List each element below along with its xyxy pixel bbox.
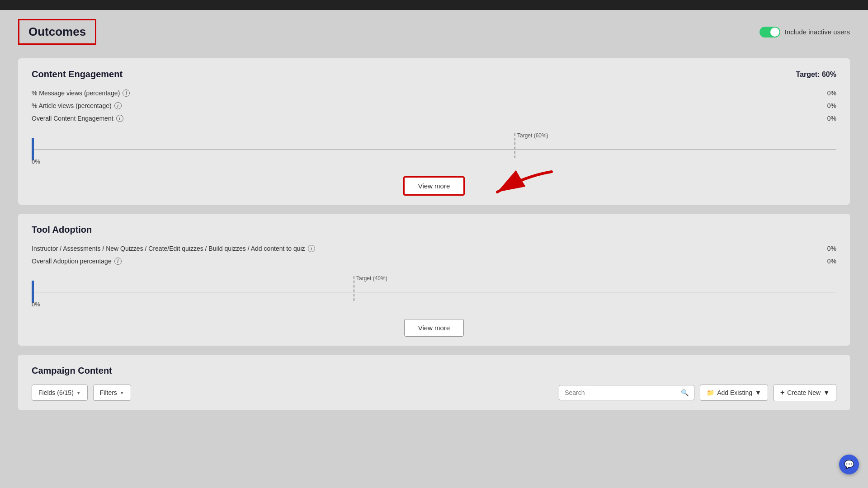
inactive-users-toggle[interactable] xyxy=(760,27,780,38)
info-icon-adoption[interactable]: i xyxy=(114,258,122,265)
toggle-row: Include inactive users xyxy=(760,27,850,38)
plus-icon: + xyxy=(780,389,784,397)
metric-adoption-value: 0% xyxy=(827,258,836,265)
info-icon-instructor[interactable]: i xyxy=(308,245,315,252)
campaign-content-section: Campaign Content Fields (6/15) ▼ Filters… xyxy=(18,355,850,410)
info-icon-article[interactable]: i xyxy=(114,102,122,109)
tool-adoption-title: Tool Adoption xyxy=(32,225,92,235)
add-existing-button[interactable]: 📁 Add Existing ▼ xyxy=(700,385,768,401)
tool-adoption-view-more[interactable]: View more xyxy=(404,319,464,337)
tool-adoption-view-more-container: View more xyxy=(32,319,836,337)
tool-adoption-section: Tool Adoption Instructor / Assessments /… xyxy=(18,214,850,346)
filters-chevron-icon: ▼ xyxy=(120,390,124,395)
search-icon: 🔍 xyxy=(681,389,689,396)
page-container: Outcomes Include inactive users Content … xyxy=(0,10,868,488)
metric-message-label: % Message views (percentage) xyxy=(32,89,120,97)
target-line: Target (60%) xyxy=(514,133,548,158)
chart-bar xyxy=(32,138,34,160)
info-icon-message[interactable]: i xyxy=(123,89,130,97)
content-engagement-section: Content Engagement Target: 60% % Message… xyxy=(18,58,850,205)
tool-adoption-chart: Target (40%) 0% xyxy=(32,274,836,310)
chat-bubble[interactable]: 💬 xyxy=(839,455,859,474)
metric-message-value: 0% xyxy=(827,89,836,97)
top-bar xyxy=(0,0,868,10)
metric-overall-adoption: Overall Adoption percentage i 0% xyxy=(32,255,836,267)
fields-label: Fields (6/15) xyxy=(38,389,74,396)
tool-chart-baseline xyxy=(32,292,836,292)
chart-baseline xyxy=(32,149,836,150)
content-engagement-chart: Target (60%) 0% xyxy=(32,131,836,167)
metric-overall-label: Overall Content Engagement xyxy=(32,115,113,122)
add-existing-label: Add Existing xyxy=(717,389,752,396)
search-input[interactable] xyxy=(565,389,677,396)
metric-instructor-label: Instructor / Assessments / New Quizzes /… xyxy=(32,245,305,252)
section-header: Content Engagement Target: 60% xyxy=(32,69,836,80)
metric-article-label: % Article views (percentage) xyxy=(32,102,112,109)
metric-adoption-label: Overall Adoption percentage xyxy=(32,258,112,265)
metric-article-views: % Article views (percentage) i 0% xyxy=(32,99,836,112)
fields-chevron-icon: ▼ xyxy=(76,390,81,395)
metric-instructor: Instructor / Assessments / New Quizzes /… xyxy=(32,242,836,255)
metric-article-value: 0% xyxy=(827,102,836,109)
create-new-chevron-icon: ▼ xyxy=(823,389,830,396)
campaign-content-title: Campaign Content xyxy=(32,366,836,376)
content-engagement-view-more[interactable]: View more xyxy=(403,176,465,196)
campaign-toolbar: Fields (6/15) ▼ Filters ▼ 🔍 📁 Add Existi… xyxy=(32,384,836,401)
metric-overall-value: 0% xyxy=(827,115,836,122)
content-engagement-title: Content Engagement xyxy=(32,69,123,80)
tool-target-line: Target (40%) xyxy=(354,276,387,301)
content-engagement-target: Target: 60% xyxy=(796,70,836,79)
filters-label: Filters xyxy=(100,389,117,396)
toggle-label: Include inactive users xyxy=(785,28,850,36)
metric-message-views: % Message views (percentage) i 0% xyxy=(32,87,836,99)
create-new-label: Create New xyxy=(787,389,821,396)
fields-button[interactable]: Fields (6/15) ▼ xyxy=(32,385,88,401)
arrow-annotation xyxy=(488,167,561,212)
tool-adoption-header: Tool Adoption xyxy=(32,225,836,235)
add-existing-chevron-icon: ▼ xyxy=(755,389,761,396)
info-icon-overall[interactable]: i xyxy=(116,115,123,122)
tool-chart-bar xyxy=(32,281,34,303)
create-new-button[interactable]: + Create New ▼ xyxy=(774,384,836,401)
view-more-container: View more xyxy=(32,176,836,196)
page-title: Outcomes xyxy=(18,19,96,45)
target-line-label: Target (60%) xyxy=(517,132,548,139)
filters-button[interactable]: Filters ▼ xyxy=(93,385,131,401)
search-box[interactable]: 🔍 xyxy=(559,385,694,400)
toggle-knob xyxy=(770,28,779,37)
metric-instructor-value: 0% xyxy=(827,245,836,252)
chart-zero-label: 0% xyxy=(32,158,40,165)
tool-target-label: Target (40%) xyxy=(356,275,387,282)
header-row: Outcomes Include inactive users xyxy=(18,19,850,45)
metric-overall-content: Overall Content Engagement i 0% xyxy=(32,112,836,125)
tool-chart-zero: 0% xyxy=(32,301,40,308)
folder-icon: 📁 xyxy=(707,389,714,396)
